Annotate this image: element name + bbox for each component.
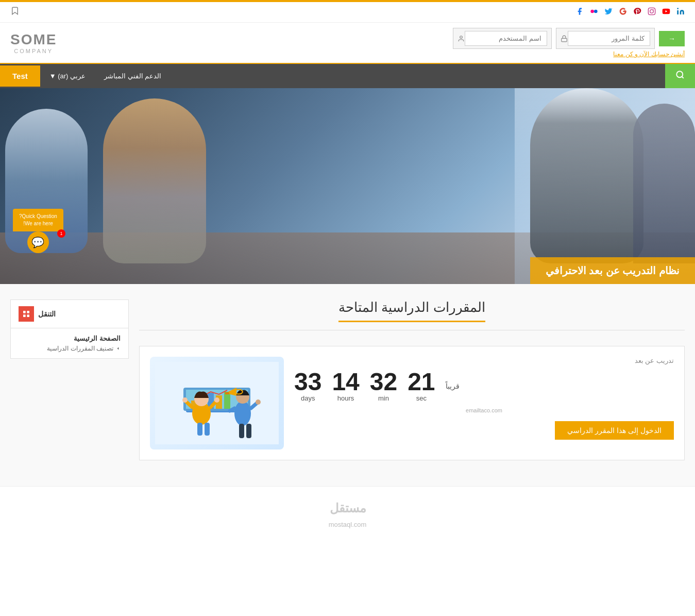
svg-point-5: [590, 9, 594, 13]
logo: SOME COMPANY: [10, 31, 57, 54]
hero-image: [0, 88, 695, 284]
sidebar-links: الصفحة الرئيسية تصنيف المقررات الدراسية: [11, 328, 128, 358]
svg-rect-34: [246, 424, 251, 438]
footer-brand: مستقل mostaql.com: [0, 486, 695, 539]
test-button[interactable]: Test: [0, 65, 40, 87]
svg-rect-7: [562, 38, 567, 41]
pinterest-icon[interactable]: [633, 7, 641, 18]
course-watermark: emailtaco.com: [294, 407, 674, 413]
course-label: تدريب عن بعد: [294, 357, 674, 364]
svg-point-8: [460, 36, 463, 38]
nav-language[interactable]: عربي (ar) ▼: [40, 66, 95, 86]
main-content: المقررات الدراسية المتاحة تدريب عن بعد 3…: [0, 284, 695, 486]
quick-question-line2: We are here!: [19, 220, 57, 227]
countdown-days: 33 days: [294, 370, 321, 402]
nav-support[interactable]: الدعم الفني المباشر: [95, 66, 171, 86]
svg-rect-2: [648, 8, 655, 14]
svg-point-25: [214, 397, 219, 403]
logo-sub: COMPANY: [10, 48, 57, 54]
sidebar-header-title: التنقل: [38, 310, 56, 318]
flickr-icon[interactable]: [590, 7, 598, 18]
password-input[interactable]: [568, 31, 650, 46]
course-enter-button[interactable]: الدخول إلى هذا المقرر الدراسي: [555, 421, 674, 440]
course-card: تدريب عن بعد 33 days 14 hours 32 min: [139, 346, 685, 460]
login-button[interactable]: →: [659, 31, 685, 46]
svg-rect-26: [197, 423, 202, 436]
login-form: →: [453, 28, 685, 49]
course-illustration: [150, 357, 284, 449]
footer-brand-sub: mostaql.com: [10, 521, 685, 528]
footer-brand-text: مستقل: [10, 497, 685, 521]
hero-banner-text: نظام التدريب عن بعد الاحترافي: [530, 257, 695, 284]
facebook-icon[interactable]: [575, 7, 584, 18]
bookmark-icon[interactable]: [10, 6, 20, 18]
login-bar: → أنشئ حسابك الآن و كن معنا SOME COMPANY: [0, 23, 695, 64]
svg-line-10: [682, 76, 683, 78]
countdown-sec-label: sec: [408, 394, 435, 402]
googleplus-icon[interactable]: [619, 7, 627, 18]
chat-button[interactable]: 💬 1: [27, 231, 49, 253]
svg-point-4: [653, 9, 654, 9]
countdown-days-label: days: [294, 394, 321, 402]
nav-bar: الدعم الفني المباشر عربي (ar) ▼ Test: [0, 64, 695, 88]
svg-rect-33: [239, 424, 244, 438]
content-area: المقررات الدراسية المتاحة تدريب عن بعد 3…: [139, 299, 685, 471]
countdown-min: 32 min: [370, 370, 397, 402]
svg-line-32: [230, 408, 234, 411]
chat-badge: 1: [57, 229, 65, 238]
hero-banner: نظام التدريب عن بعد الاحترافي Quick Ques…: [0, 88, 695, 284]
svg-rect-39: [27, 314, 29, 317]
svg-point-0: [677, 8, 679, 9]
course-info: تدريب عن بعد 33 days 14 hours 32 min: [294, 357, 674, 440]
countdown-hours-num: 14: [332, 370, 359, 394]
countdown-sec: 21 sec: [408, 370, 435, 402]
countdown-sec-num: 21: [408, 370, 435, 394]
countdown-hours: 14 hours: [332, 370, 359, 402]
soon-label: قريباً: [446, 382, 460, 390]
countdown-days-num: 33: [294, 370, 321, 394]
svg-point-6: [594, 9, 598, 13]
username-input[interactable]: [465, 31, 547, 46]
instagram-icon[interactable]: [648, 7, 656, 18]
register-link[interactable]: أنشئ حسابك الآن و كن معنا: [613, 51, 685, 58]
quick-question-line1: Quick Question?: [19, 213, 57, 220]
nav-right: الدعم الفني المباشر عربي (ar) ▼ Test: [0, 65, 171, 87]
svg-point-3: [650, 9, 654, 13]
quick-question-widget: Quick Question? We are here! 💬 1: [13, 209, 63, 253]
svg-point-9: [676, 71, 683, 77]
sidebar: التنقل الصفحة الرئيسية تصنيف المقررات ال…: [10, 299, 129, 471]
username-wrap: [453, 28, 552, 49]
page-title: المقررات الدراسية المتاحة: [338, 299, 485, 322]
sidebar-box: التنقل الصفحة الرئيسية تصنيف المقررات ال…: [10, 299, 129, 359]
svg-rect-38: [23, 314, 26, 317]
countdown-min-label: min: [370, 394, 397, 402]
sidebar-courses-link[interactable]: تصنيف المقررات الدراسية: [19, 345, 121, 352]
svg-point-31: [256, 399, 261, 405]
sidebar-header: التنقل: [11, 300, 128, 328]
top-bar: [0, 2, 695, 23]
countdown-min-num: 32: [370, 370, 397, 394]
password-wrap: [556, 28, 655, 49]
youtube-icon[interactable]: [662, 7, 670, 18]
logo-main: SOME: [10, 31, 57, 47]
svg-point-28: [234, 401, 251, 426]
twitter-icon[interactable]: [604, 7, 613, 18]
svg-rect-35: [225, 392, 229, 394]
svg-rect-36: [23, 311, 26, 313]
linkedin-icon[interactable]: [676, 7, 685, 18]
page-title-section: المقررات الدراسية المتاحة: [139, 299, 685, 330]
svg-rect-37: [27, 311, 29, 313]
sidebar-nav-icon: [19, 306, 34, 322]
social-icons: [575, 7, 685, 18]
search-button[interactable]: [665, 64, 695, 88]
sidebar-home-link[interactable]: الصفحة الرئيسية: [19, 335, 121, 342]
countdown-hours-label: hours: [332, 394, 359, 402]
countdown: 33 days 14 hours 32 min 21 sec: [294, 370, 674, 402]
svg-rect-27: [205, 423, 210, 436]
svg-text:مستقل: مستقل: [329, 501, 366, 515]
svg-point-24: [182, 397, 188, 403]
